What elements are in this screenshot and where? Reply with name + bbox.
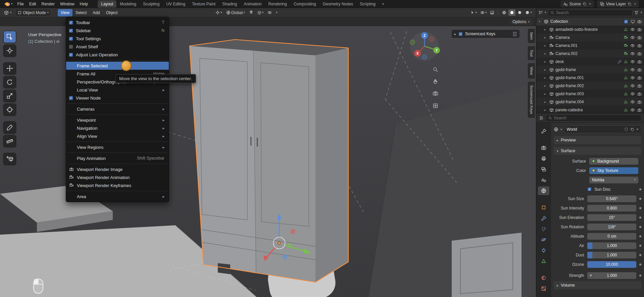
rotate-tool-button[interactable] — [3, 76, 16, 88]
hide-viewport-toggle[interactable] — [630, 59, 635, 64]
hide-viewport-toggle[interactable] — [630, 43, 635, 48]
annotate-tool-button[interactable] — [3, 121, 16, 133]
pivot-point-button[interactable]: ▾ — [214, 9, 224, 16]
workspace-tab-modeling[interactable]: Modeling — [116, 0, 140, 8]
disable-render-toggle[interactable] — [637, 44, 642, 48]
shading-wireframe-button[interactable] — [501, 9, 508, 16]
topbar-menu-help[interactable]: Help — [77, 1, 91, 7]
hide-viewport-toggle[interactable] — [630, 83, 635, 88]
scale-tool-button[interactable] — [3, 90, 16, 102]
hide-viewport-toggle[interactable] — [630, 67, 635, 72]
viewport-menu-view[interactable]: View — [58, 9, 72, 16]
disable-render-toggle[interactable] — [637, 84, 642, 88]
hide-viewport-toggle[interactable] — [630, 51, 635, 56]
door[interactable] — [452, 233, 522, 297]
camera-view-button[interactable] — [431, 89, 440, 98]
add-cube-tool-button[interactable] — [3, 153, 16, 165]
outliner-row-parete-cattedra[interactable]: ▸parete-cattedra — [536, 106, 644, 113]
topbar-menu-render[interactable]: Render — [39, 1, 57, 7]
workspace-tab-uv-editing[interactable]: UV Editing — [163, 0, 189, 8]
outliner-row-camera-001[interactable]: ▸Camera.001 — [536, 42, 644, 50]
object-name[interactable]: gpdd-frame.001 — [555, 75, 584, 80]
menu-item-local-view[interactable]: Local View▸ — [66, 86, 169, 94]
animate-dot[interactable] — [639, 254, 641, 256]
proportional-editing-button[interactable] — [266, 9, 273, 16]
hide-viewport-toggle[interactable] — [630, 35, 635, 40]
world-datablock-field[interactable]: World × — [564, 126, 641, 133]
sidebar-tab-screencast-keys[interactable]: Screencast Keys — [528, 82, 535, 117]
expand-arrow-icon[interactable]: ▸ — [544, 100, 548, 104]
disable-render-toggle[interactable] — [637, 36, 642, 40]
properties-tab-world[interactable] — [538, 186, 549, 195]
expand-arrow-icon[interactable]: ▸ — [544, 68, 548, 71]
animate-dot[interactable] — [639, 207, 641, 209]
properties-tab-render[interactable] — [538, 143, 549, 152]
object-name[interactable]: Camera.002 — [555, 51, 578, 56]
menu-item-view-regions[interactable]: View Regions▸ — [66, 143, 169, 151]
sun-intensity-field[interactable]: 0.800 — [587, 205, 636, 212]
object-name[interactable]: gpdd-frame.004 — [555, 100, 584, 104]
expand-arrow-icon[interactable]: ▸ — [544, 44, 548, 47]
menu-item-frame-selected[interactable]: Frame Selected — [66, 62, 169, 70]
menu-item-toolbar[interactable]: ✓ToolbarT — [66, 18, 169, 26]
expand-arrow-icon[interactable]: ▸ — [544, 76, 548, 79]
unlink-view-layer-icon[interactable]: × — [633, 2, 636, 6]
menu-item-viewport-render-animation[interactable]: Viewport Render Animation — [66, 173, 169, 181]
copy-icon[interactable] — [583, 2, 587, 6]
sun-size-field[interactable]: 0.545° — [587, 195, 636, 202]
snap-target-button[interactable]: ▾ — [256, 10, 265, 16]
axis-y-neg-ball[interactable] — [410, 40, 415, 45]
air-slider[interactable]: 1.000 — [587, 242, 636, 249]
hide-viewport-toggle[interactable] — [630, 75, 635, 80]
disable-render-toggle[interactable] — [637, 52, 642, 56]
drag-handle-icon[interactable] — [513, 32, 517, 36]
hide-viewport-toggle[interactable] — [630, 108, 635, 112]
section-preview[interactable]: ▸ Preview — [554, 136, 641, 144]
snap-toggle-button[interactable] — [248, 9, 255, 16]
axis-x-neg-ball[interactable] — [429, 37, 434, 42]
wardrobe-object[interactable] — [190, 40, 348, 282]
properties-tab-output[interactable] — [538, 154, 549, 163]
screencast-keys-panel[interactable]: ▸ ✓ Screencast Keys — [452, 30, 519, 38]
workspace-tab-rendering[interactable]: Rendering — [265, 0, 290, 8]
expand-arrow-icon[interactable]: ▸ — [544, 52, 548, 55]
menu-item-align-view[interactable]: Align View▸ — [66, 132, 169, 140]
shading-solid-button[interactable] — [508, 9, 515, 16]
show-overlays-button[interactable]: ▾ — [479, 9, 488, 16]
animate-dot[interactable] — [639, 235, 641, 237]
menu-item-viewer-node[interactable]: ✓Viewer Node — [66, 94, 169, 102]
workspace-tab-shading[interactable]: Shading — [219, 0, 240, 8]
object-name[interactable]: gpdd-frame — [555, 67, 576, 72]
outliner-row-camera[interactable]: ▸Camera — [536, 34, 644, 42]
animate-dot[interactable] — [639, 198, 641, 200]
properties-tab-physics[interactable] — [538, 235, 549, 244]
unlink-icon[interactable]: × — [636, 127, 639, 132]
topbar-menu-file[interactable]: File — [15, 1, 27, 7]
expand-arrow-icon[interactable]: ▾ — [539, 20, 542, 23]
expand-arrow-icon[interactable]: ▸ — [544, 92, 548, 96]
navigation-gizmo[interactable]: Z Y X — [409, 31, 440, 62]
ozone-slider[interactable]: 10.000 — [587, 261, 636, 268]
properties-tab-modifiers[interactable] — [538, 214, 549, 223]
outliner-search-input[interactable] — [556, 10, 631, 15]
hide-viewport-toggle[interactable] — [630, 27, 635, 32]
gizmo-plane-z[interactable] — [283, 254, 288, 259]
editor-type-button[interactable]: ▾ — [2, 9, 14, 16]
object-name[interactable]: Camera.001 — [555, 43, 578, 48]
show-gizmo-button[interactable]: ▾ — [469, 9, 478, 16]
topbar-menu-window[interactable]: Window — [57, 1, 77, 7]
disable-render-toggle[interactable] — [637, 27, 642, 32]
altitude-field[interactable]: 0 cm — [587, 233, 636, 240]
collection-checkbox[interactable]: ✓ — [624, 19, 628, 24]
menu-item-adjust-last-operation[interactable]: ✓Adjust Last Operation — [66, 51, 169, 59]
hide-viewport-toggle[interactable] — [630, 92, 635, 96]
menu-item-viewport-render-keyframes[interactable]: Viewport Render Keyframes — [66, 181, 169, 189]
sidebar-tab-item[interactable]: Item — [528, 29, 535, 43]
select-box-tool-button[interactable] — [3, 31, 16, 43]
expand-arrow-icon[interactable]: ▸ — [544, 60, 548, 63]
transform-tool-button[interactable] — [3, 104, 16, 116]
collection-name[interactable]: Collection — [550, 19, 568, 24]
outliner-row-gpdd-frame[interactable]: ▸gpdd-frame — [536, 66, 644, 74]
xray-toggle-button[interactable] — [489, 9, 496, 16]
workspace-tab-sculpting[interactable]: Sculpting — [140, 0, 163, 8]
